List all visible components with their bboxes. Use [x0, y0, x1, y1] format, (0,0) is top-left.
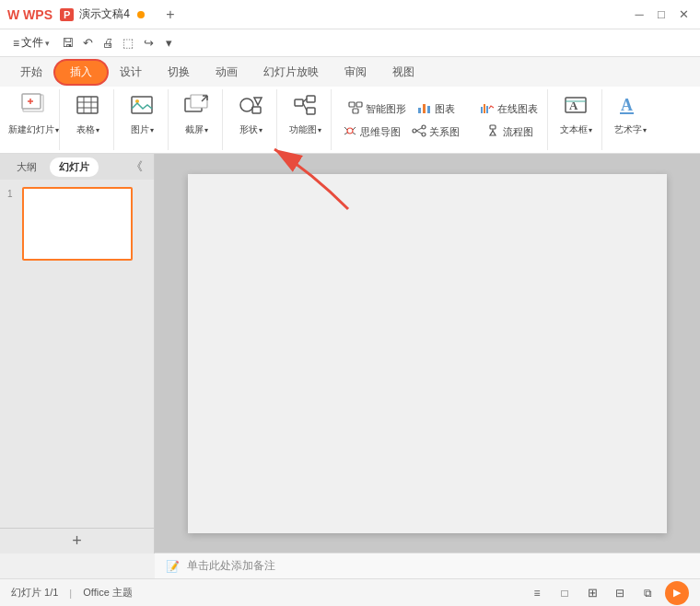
svg-rect-42: [486, 106, 488, 113]
tab-outline[interactable]: 大纲: [7, 157, 46, 177]
svg-line-39: [416, 131, 422, 134]
relation-label: 关系图: [429, 125, 460, 139]
svg-rect-25: [356, 102, 362, 107]
file-menu[interactable]: ≡ 文件 ▾: [6, 31, 57, 54]
function-diagram-icon: [292, 92, 318, 122]
view-grid-button[interactable]: ⊞: [582, 583, 602, 603]
ribbon-group-function: 功能图▾: [279, 89, 332, 150]
relation-button[interactable]: 关系图: [408, 122, 463, 142]
tab-transition[interactable]: 切换: [155, 60, 203, 85]
ribbon-group-textbox: A 文本框▾: [550, 89, 602, 150]
close-button[interactable]: ✕: [674, 6, 693, 24]
svg-rect-43: [490, 125, 496, 129]
svg-line-32: [344, 133, 347, 134]
more-button[interactable]: ▾: [158, 33, 179, 53]
online-chart-button[interactable]: 在线图表: [476, 99, 542, 119]
outline-tabs: 大纲 幻灯片 《: [0, 154, 154, 180]
textbox-button[interactable]: A 文本框▾: [555, 93, 596, 135]
flowchart-icon: [485, 124, 500, 140]
view-presenter-button[interactable]: ⧉: [637, 583, 658, 603]
chart-button[interactable]: 图表: [414, 99, 459, 119]
function-diagram-button[interactable]: 功能图▾: [285, 93, 325, 135]
notes-text[interactable]: 单击此处添加备注: [187, 558, 275, 574]
ribbon: 新建幻灯片▾ 表格▾: [0, 87, 700, 153]
online-chart-label: 在线图表: [497, 102, 538, 116]
art-text-button[interactable]: A 艺术字▾: [610, 93, 650, 135]
print-button[interactable]: 🖨: [98, 33, 118, 53]
ribbon-group-shape: 形状▾: [225, 89, 277, 150]
textbox-icon: A: [563, 92, 589, 122]
tab-slides[interactable]: 幻灯片: [50, 157, 99, 177]
play-button[interactable]: ▶: [665, 581, 689, 605]
new-slide-button[interactable]: 新建幻灯片▾: [13, 93, 53, 135]
ribbon-group-screenshot: 截屏▾: [170, 89, 223, 150]
file-menu-label: 文件: [21, 35, 43, 51]
svg-line-38: [416, 128, 422, 131]
add-tab-button[interactable]: +: [159, 4, 181, 26]
flowchart-button[interactable]: 流程图: [482, 122, 537, 142]
canvas-area[interactable]: [155, 154, 700, 554]
add-slide-button[interactable]: +: [0, 528, 154, 554]
new-slide-label: 新建幻灯片▾: [8, 123, 59, 136]
chart-icon: [417, 101, 432, 117]
smart-shape-button[interactable]: 智能图形: [344, 99, 410, 119]
svg-rect-4: [77, 97, 98, 113]
tab-animation[interactable]: 动画: [203, 60, 251, 85]
format-button[interactable]: ⬚: [118, 33, 138, 53]
mind-map-icon: [343, 124, 357, 140]
svg-line-33: [353, 127, 356, 130]
table-button[interactable]: 表格▾: [67, 93, 108, 135]
screenshot-icon: [183, 92, 209, 122]
screenshot-button[interactable]: 截屏▾: [176, 93, 216, 135]
minimize-button[interactable]: ─: [630, 6, 648, 24]
svg-line-34: [353, 133, 356, 134]
tab-insert[interactable]: 插入: [55, 61, 107, 84]
tab-view[interactable]: 视图: [379, 60, 427, 85]
image-icon: [129, 92, 155, 122]
slide-number: 1: [7, 187, 17, 199]
title-bar: W WPS P 演示文稿4 + ─ □ ✕: [0, 0, 700, 29]
maximize-button[interactable]: □: [652, 6, 671, 24]
collapse-panel-button[interactable]: 《: [127, 157, 146, 177]
view-normal-button[interactable]: □: [554, 583, 575, 603]
screenshot-label: 截屏▾: [185, 123, 208, 136]
office-theme-label: Office 主题: [83, 586, 133, 600]
notes-bar: 📝 单击此处添加备注: [155, 553, 700, 578]
tab-design[interactable]: 设计: [107, 60, 155, 85]
slide-thumbnail[interactable]: [22, 187, 133, 261]
svg-line-31: [344, 127, 347, 130]
shape-label: 形状▾: [239, 123, 262, 136]
tab-active-dot: [137, 11, 145, 18]
ribbon-group-smart: 智能图形 图表: [333, 89, 469, 150]
image-label: 图片▾: [131, 123, 154, 136]
slide-canvas[interactable]: [188, 174, 667, 533]
smart-shape-icon: [348, 101, 363, 117]
tab-review[interactable]: 审阅: [332, 60, 379, 85]
svg-line-23: [303, 103, 307, 111]
ribbon-group-image: 图片▾: [116, 89, 169, 150]
new-slide-icon: [20, 92, 46, 122]
svg-rect-41: [484, 104, 485, 113]
table-label: 表格▾: [76, 123, 99, 136]
image-button[interactable]: 图片▾: [122, 93, 162, 135]
mind-map-button[interactable]: 思维导图: [339, 122, 404, 142]
ribbon-group-new-slide: 新建幻灯片▾: [7, 89, 60, 150]
view-outline-button[interactable]: ≡: [527, 583, 547, 603]
svg-rect-20: [307, 96, 315, 102]
svg-marker-44: [490, 131, 496, 135]
view-reader-button[interactable]: ⊟: [610, 583, 630, 603]
svg-rect-19: [295, 99, 303, 106]
table-icon: [75, 92, 100, 122]
ribbon-group-art-text: A 艺术字▾: [604, 89, 656, 150]
status-bar: 幻灯片 1/1 | Office 主题 ≡ □ ⊞ ⊟ ⧉ ▶: [0, 578, 700, 606]
flowchart-label: 流程图: [503, 125, 533, 139]
redo-button[interactable]: ↪: [138, 33, 158, 53]
tab-slideshow[interactable]: 幻灯片放映: [251, 60, 332, 85]
shape-button[interactable]: 形状▾: [230, 93, 271, 135]
svg-marker-17: [254, 98, 262, 105]
save-button[interactable]: 🖫: [57, 33, 77, 53]
undo-button[interactable]: ↶: [77, 33, 98, 53]
menu-bar: ≡ 文件 ▾ 🖫 ↶ 🖨 ⬚ ↪ ▾: [0, 29, 700, 57]
tab-start[interactable]: 开始: [7, 60, 55, 85]
art-text-label: 艺术字▾: [614, 123, 647, 136]
